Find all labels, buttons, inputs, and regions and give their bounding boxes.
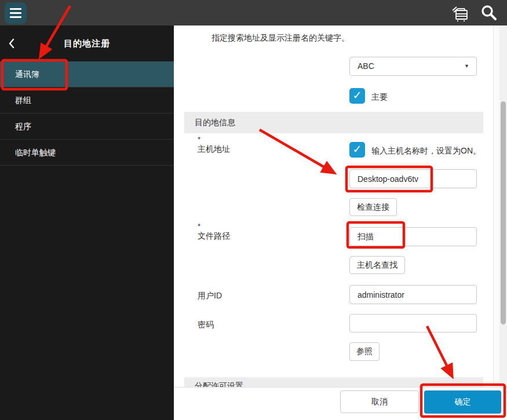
sidebar-item-temp-one-touch[interactable]: 临时单触键	[0, 140, 174, 166]
hamburger-icon	[10, 8, 21, 10]
main-checkbox[interactable]: ✓	[349, 88, 365, 104]
checkmark-icon: ✓	[353, 89, 362, 101]
cancel-button[interactable]: 取消	[340, 390, 419, 413]
ok-button[interactable]: 确定	[424, 390, 501, 414]
page-title: 目的地注册	[0, 38, 174, 49]
destination-info-section-header: 目的地信息	[184, 112, 483, 133]
sidebar-menu: 通讯簿 群组 程序 临时单触键	[0, 61, 174, 166]
scrollbar-track[interactable]	[499, 25, 507, 387]
user-id-label: 用户ID	[198, 291, 222, 301]
required-asterisk: *	[198, 222, 200, 231]
sidebar-header: 目的地注册	[0, 25, 174, 61]
password-label: 密码	[198, 320, 214, 330]
scroll-gutter	[494, 25, 499, 387]
sidebar: 目的地注册 通讯簿 群组 程序 临时单触键	[0, 25, 174, 420]
hostname-on-checkbox-label: 输入主机名称时，设置为ON。	[371, 146, 481, 156]
hostname-on-checkbox[interactable]: ✓	[349, 142, 365, 158]
footer-bar: 取消 确定	[174, 387, 507, 420]
user-id-input[interactable]	[349, 285, 477, 304]
search-icon[interactable]	[480, 3, 498, 22]
checkmark-icon: ✓	[353, 143, 362, 155]
file-path-label: * 文件路径	[198, 221, 230, 241]
chevron-down-icon: ▼	[464, 57, 469, 75]
printer-icon[interactable]	[450, 3, 470, 23]
main-checkbox-label: 主要	[371, 92, 388, 103]
menu-hamburger-button[interactable]	[5, 2, 27, 24]
sidebar-item-group[interactable]: 群组	[0, 87, 174, 114]
sidebar-item-address-book[interactable]: 通讯簿	[0, 61, 174, 87]
required-asterisk: *	[198, 135, 200, 144]
search-keyword-hint: 指定搜索地址及显示注册名的关键字。	[211, 33, 349, 43]
password-input[interactable]	[349, 314, 477, 333]
form-content: 指定搜索地址及显示注册名的关键字。 ABC ▼ ✓ 主要 目的地信息 * 主机地…	[174, 25, 499, 387]
file-path-input[interactable]	[349, 227, 477, 246]
browse-button[interactable]: 参照	[349, 342, 380, 361]
next-section-header-partial: 分配许可设置	[184, 377, 483, 387]
title-dropdown-value: ABC	[358, 61, 374, 71]
host-address-label: * 主机地址	[198, 134, 230, 154]
scrollbar-thumb[interactable]	[501, 101, 506, 324]
sidebar-item-program[interactable]: 程序	[0, 114, 174, 140]
hostname-lookup-button[interactable]: 主机名查找	[349, 256, 405, 274]
host-address-input[interactable]	[349, 169, 477, 188]
title-dropdown[interactable]: ABC ▼	[349, 57, 477, 76]
check-connection-button[interactable]: 检查连接	[349, 198, 397, 216]
topbar	[0, 0, 507, 25]
back-chevron-icon[interactable]	[8, 38, 15, 49]
app-window: 目的地注册 通讯簿 群组 程序 临时单触键 指定搜索地址及显示注册名的关键字。 …	[0, 0, 507, 420]
